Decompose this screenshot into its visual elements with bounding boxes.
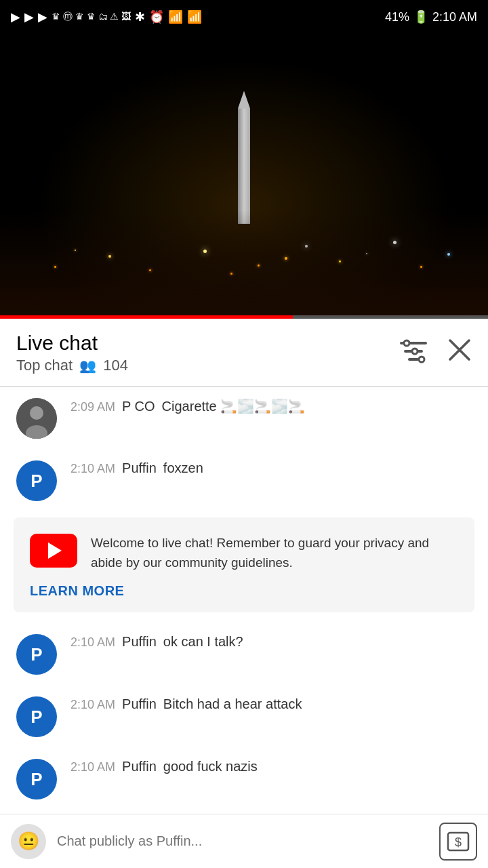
emoji-icon: 😐 [18,831,39,852]
message-text: foxzen [163,460,203,476]
chat-header: Live chat Top chat 👥 104 [0,319,488,387]
alarm-icon: ⏰ [149,9,164,24]
message-time: 2:10 AM [70,698,115,712]
play-icon [48,542,62,559]
message-time: 2:10 AM [70,635,115,650]
message-time: 2:10 AM [70,462,115,476]
avatar [16,398,57,439]
message-author: Puffin [122,634,157,650]
message-text: Bitch had a hear attack [163,696,302,712]
message-content: 2:10 AM Puffin ok can I talk? [70,634,472,650]
status-bar: ▶ ▶ ▶ ♛ ⓜ ♛ ♛ 🗂 ⚠ 🖼 ✱ ⏰ 📶 📶 41% 🔋 2:10 A… [0,0,488,34]
svg-point-9 [30,406,43,420]
welcome-text: Welcome to live chat! Remember to guard … [91,534,458,572]
youtube-icon3: ▶ [38,9,47,24]
avatar: P [16,634,57,675]
battery-percent: 41% [385,10,409,24]
svg-rect-2 [408,358,419,361]
video-content [238,91,250,224]
message-text: ok can I talk? [163,634,243,650]
svg-point-5 [419,357,424,362]
chat-header-right [400,338,472,367]
signal-icon: 📶 [187,9,202,24]
battery-icon: 🔋 [413,9,428,24]
youtube-icon: ▶ [11,9,20,24]
city-lights-layer [0,227,488,281]
wifi-icon: 📶 [168,9,183,24]
avatar: P [16,696,57,737]
chat-messages-container: 2:09 AM P CO Cigarette 🚬🌫️🚬🌫️🚬 P 2:10 AM… [0,387,488,868]
list-item: P 2:10 AM Puffin good fuck nazis [0,748,488,810]
app-icons: ♛ ⓜ ♛ ♛ 🗂 ⚠ 🖼 [52,11,131,23]
message-content: 2:10 AM Puffin foxzen [70,460,472,476]
message-author: P CO [122,399,155,414]
message-author: Puffin [122,696,157,712]
clock: 2:10 AM [432,10,477,24]
message-content: 2:10 AM Puffin Bitch had a hear attack [70,696,472,712]
chat-input-bar: 😐 $ [0,814,488,868]
list-item: P 2:10 AM Puffin Bitch had a hear attack [0,686,488,748]
svg-point-3 [404,340,409,346]
avatar: P [16,759,57,800]
top-chat-label[interactable]: Top chat [16,357,73,374]
filter-button[interactable] [400,339,427,366]
youtube-icon2: ▶ [24,9,34,24]
welcome-banner: Welcome to live chat! Remember to guard … [14,517,474,612]
chat-header-left: Live chat Top chat 👥 104 [16,331,128,374]
welcome-banner-content: Welcome to live chat! Remember to guard … [30,534,458,572]
status-right: 41% 🔋 2:10 AM [385,9,477,24]
list-item: 2:09 AM P CO Cigarette 🚬🌫️🚬🌫️🚬 [0,387,488,450]
viewers-icon: 👥 [79,357,96,374]
chat-title: Live chat [16,331,128,355]
emoji-button[interactable]: 😐 [11,824,46,859]
message-time: 2:10 AM [70,760,115,774]
list-item: P 2:10 AM Puffin ok can I talk? [0,623,488,686]
avatar: P [16,460,57,501]
video-progress-fill [0,315,293,319]
message-text: Cigarette 🚬🌫️🚬🌫️🚬 [162,398,306,414]
message-author: Puffin [122,460,157,476]
learn-more-button[interactable]: LEARN MORE [30,583,458,599]
message-content: 2:09 AM P CO Cigarette 🚬🌫️🚬🌫️🚬 [70,398,472,414]
message-time: 2:09 AM [70,400,115,414]
chat-input[interactable] [57,824,428,859]
message-text: good fuck nazis [163,759,258,774]
youtube-logo [30,534,77,568]
bluetooth-icon: ✱ [135,9,145,24]
svg-point-4 [412,349,418,354]
message-author: Puffin [122,759,157,774]
close-button[interactable] [447,338,472,367]
list-item: P 2:10 AM Puffin foxzen [0,450,488,512]
video-player[interactable] [0,34,488,319]
chat-subtitle: Top chat 👥 104 [16,357,128,374]
viewer-count: 104 [103,357,128,374]
send-button[interactable]: $ [439,823,477,861]
svg-text:$: $ [455,835,462,849]
message-content: 2:10 AM Puffin good fuck nazis [70,759,472,774]
status-icons: ▶ ▶ ▶ ♛ ⓜ ♛ ♛ 🗂 ⚠ 🖼 ✱ ⏰ 📶 📶 [11,9,202,24]
video-progress-bar[interactable] [0,315,488,319]
